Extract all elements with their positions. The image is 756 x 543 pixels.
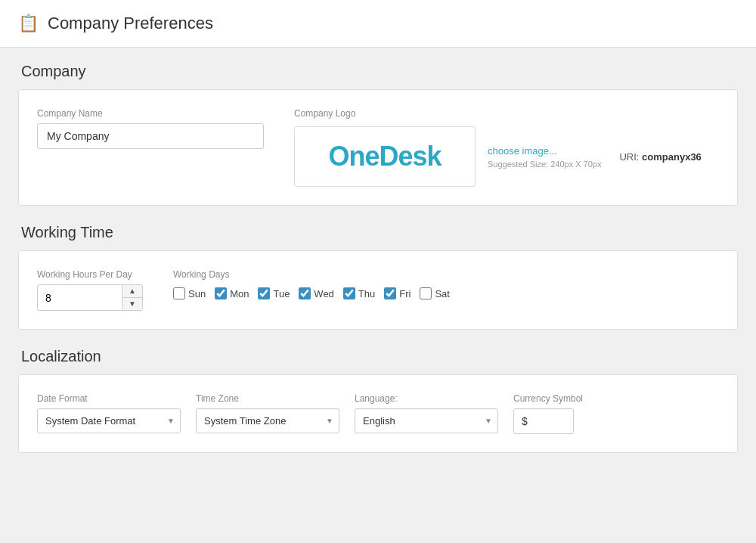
- currency-input[interactable]: [513, 408, 574, 434]
- company-name-input[interactable]: [37, 123, 264, 149]
- timezone-select[interactable]: System Time Zone: [196, 408, 339, 433]
- working-time-section: Working Time Working Hours Per Day ▲ ▼: [18, 224, 738, 330]
- language-label: Language:: [355, 393, 498, 404]
- checkbox-mon[interactable]: [215, 287, 227, 299]
- logo-actions: choose image... Suggested Size: 240px X …: [488, 145, 601, 169]
- checkbox-sat[interactable]: [420, 287, 432, 299]
- day-fri: Fri: [384, 287, 411, 299]
- date-format-select[interactable]: System Date Format: [37, 408, 181, 433]
- localization-section: Localization Date Format System Date For…: [18, 348, 738, 453]
- company-logo-label: Company Logo: [294, 108, 702, 119]
- day-sun: Sun: [173, 287, 206, 299]
- main-content: Company Company Name Company Logo OneDes…: [0, 48, 756, 486]
- company-fields-row: Company Name Company Logo OneDesk choose…: [37, 108, 719, 187]
- choose-image-link[interactable]: choose image...: [488, 145, 601, 157]
- localization-row: Date Format System Date Format ▼ Time Zo…: [37, 393, 719, 434]
- hours-input[interactable]: [38, 286, 122, 310]
- days-row: Sun Mon Tue Wed: [173, 287, 450, 299]
- day-wed: Wed: [299, 287, 334, 299]
- working-hours-label: Working Hours Per Day: [37, 269, 143, 280]
- stepper-down-button[interactable]: ▼: [122, 298, 142, 310]
- suggested-size-text: Suggested Size: 240px X 70px: [488, 160, 601, 169]
- timezone-group: Time Zone System Time Zone ▼: [196, 393, 339, 433]
- language-select-wrap: English ▼: [355, 408, 498, 433]
- uri-value: companyx36: [642, 151, 702, 163]
- localization-card: Date Format System Date Format ▼ Time Zo…: [18, 374, 738, 453]
- company-card: Company Name Company Logo OneDesk choose…: [18, 89, 738, 206]
- date-format-label: Date Format: [37, 393, 181, 404]
- logo-area: OneDesk choose image... Suggested Size: …: [294, 126, 702, 187]
- day-tue: Tue: [258, 287, 290, 299]
- day-thu: Thu: [343, 287, 375, 299]
- company-logo-group: Company Logo OneDesk choose image... Sug…: [294, 108, 702, 187]
- currency-label: Currency Symbol: [513, 393, 583, 404]
- checkbox-wed[interactable]: [299, 287, 311, 299]
- page-header: 📋 Company Preferences: [0, 0, 756, 48]
- day-sat-label: Sat: [435, 288, 450, 299]
- working-hours-group: Working Hours Per Day ▲ ▼: [37, 269, 143, 311]
- day-thu-label: Thu: [358, 288, 375, 299]
- day-fri-label: Fri: [399, 288, 411, 299]
- day-wed-label: Wed: [314, 288, 334, 299]
- stepper-up-button[interactable]: ▲: [122, 285, 142, 298]
- working-time-row: Working Hours Per Day ▲ ▼ Working Days: [37, 269, 719, 311]
- day-sat: Sat: [420, 287, 450, 299]
- checkbox-tue[interactable]: [258, 287, 270, 299]
- day-sun-label: Sun: [188, 288, 206, 299]
- currency-group: Currency Symbol: [513, 393, 583, 434]
- checkbox-sun[interactable]: [173, 287, 185, 299]
- hours-stepper: ▲ ▼: [37, 284, 143, 311]
- logo-preview: OneDesk: [294, 126, 476, 187]
- working-time-section-title: Working Time: [18, 224, 738, 241]
- uri-label: URI: companyx36: [619, 151, 701, 163]
- timezone-label: Time Zone: [196, 393, 339, 404]
- day-tue-label: Tue: [273, 288, 290, 299]
- date-format-group: Date Format System Date Format ▼: [37, 393, 181, 433]
- page-title: Company Preferences: [48, 14, 213, 33]
- working-days-group: Working Days Sun Mon Tue: [173, 269, 450, 299]
- company-name-group: Company Name: [37, 108, 264, 149]
- day-mon: Mon: [215, 287, 249, 299]
- date-format-select-wrap: System Date Format ▼: [37, 408, 181, 433]
- working-days-label: Working Days: [173, 269, 450, 280]
- timezone-select-wrap: System Time Zone ▼: [196, 408, 339, 433]
- checkbox-thu[interactable]: [343, 287, 355, 299]
- stepper-buttons: ▲ ▼: [122, 285, 142, 310]
- language-select[interactable]: English: [355, 408, 498, 433]
- day-mon-label: Mon: [230, 288, 249, 299]
- localization-section-title: Localization: [18, 348, 738, 365]
- company-name-label: Company Name: [37, 108, 264, 119]
- company-section-title: Company: [18, 63, 738, 80]
- logo-text: OneDesk: [328, 141, 441, 172]
- uri-area: URI: companyx36: [613, 150, 701, 163]
- working-time-card: Working Hours Per Day ▲ ▼ Working Days: [18, 250, 738, 330]
- company-section: Company Company Name Company Logo OneDes…: [18, 63, 738, 206]
- checkbox-fri[interactable]: [384, 287, 396, 299]
- language-group: Language: English ▼: [355, 393, 498, 433]
- preferences-icon: 📋: [18, 14, 39, 33]
